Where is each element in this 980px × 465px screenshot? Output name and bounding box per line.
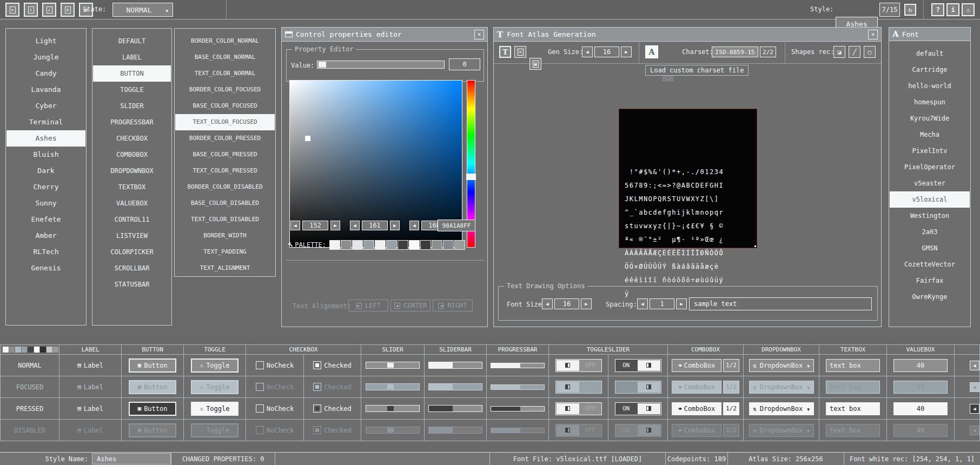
color-cursor[interactable]: [305, 136, 310, 141]
control-list-item[interactable]: TEXTBOX: [93, 179, 171, 195]
palette-swatch[interactable]: [420, 240, 431, 250]
palette-swatch[interactable]: [341, 240, 352, 250]
toggleslider-off-preview[interactable]: OFF: [555, 402, 602, 415]
control-list-item[interactable]: LISTVIEW: [93, 228, 171, 244]
style-list-item[interactable]: Sunny: [6, 195, 85, 211]
style-list-item[interactable]: Light: [6, 33, 85, 49]
font-atlas-titlebar[interactable]: T Font Atlas Generation ×: [494, 28, 881, 42]
load-charset-button[interactable]: A: [645, 45, 658, 58]
checkbox-unchecked-preview[interactable]: [256, 426, 264, 434]
slider-handle[interactable]: [387, 363, 394, 368]
font-list-item[interactable]: PixelIntv: [890, 143, 970, 159]
property-list-item[interactable]: TEXT_COLOR_NORMAL: [175, 65, 275, 82]
dropdownbox-preview[interactable]: DropdownBox: [749, 402, 814, 415]
spinner-right-icon[interactable]: [581, 298, 592, 309]
progressbar-preview[interactable]: [491, 363, 545, 368]
progressbar-preview[interactable]: [491, 384, 545, 390]
combobox-counter[interactable]: 1/2: [723, 424, 739, 437]
style-list-item[interactable]: Bluish: [6, 147, 85, 163]
info-button[interactable]: i: [946, 3, 959, 16]
control-list-item[interactable]: COLORPICKER: [93, 244, 171, 260]
style-list-item[interactable]: Cyber: [6, 98, 85, 114]
font-list-item[interactable]: GMSN: [890, 240, 970, 256]
spinner-left-icon[interactable]: [290, 221, 300, 230]
style-list-item[interactable]: Terminal: [6, 114, 85, 130]
palette-swatch[interactable]: [454, 240, 465, 250]
value-slider-handle[interactable]: [319, 62, 326, 68]
state-dropdown[interactable]: NORMAL: [112, 3, 173, 17]
property-list-item[interactable]: TEXT_COLOR_DISABLED: [175, 211, 275, 228]
toggle-preview[interactable]: ⚠Toggle: [191, 423, 239, 437]
toggleslider-off-preview[interactable]: OFF: [555, 381, 602, 394]
font-list-item[interactable]: CozetteVector: [890, 256, 970, 273]
control-list-item[interactable]: SCROLLBAR: [93, 260, 171, 276]
palette-swatch[interactable]: [329, 240, 340, 250]
property-list-item[interactable]: TEXT_ALIGNMENT: [175, 260, 275, 276]
textbox-preview[interactable]: text box: [826, 424, 880, 437]
toggleslider-handle[interactable]: [557, 382, 579, 393]
shape-diagonal-button[interactable]: ╱: [849, 46, 860, 58]
spinner-left-icon[interactable]: [350, 221, 360, 230]
slider-handle[interactable]: [387, 428, 394, 433]
dropdownbox-preview[interactable]: DropdownBox: [749, 381, 814, 394]
palette-swatch[interactable]: [432, 240, 442, 250]
property-list-item[interactable]: TEXT_COLOR_PRESSED: [175, 163, 275, 179]
font-list-item[interactable]: Cartridge: [890, 62, 970, 78]
align-right-button[interactable]: RIGHT: [433, 300, 473, 311]
toggleslider-handle[interactable]: [638, 382, 660, 393]
property-list-item[interactable]: BORDER_COLOR_PRESSED: [175, 130, 275, 147]
control-list-item[interactable]: LABEL: [93, 49, 171, 65]
toggleslider-on-preview[interactable]: ON: [615, 359, 661, 372]
property-list-item[interactable]: BORDER_COLOR_FOCUSED: [175, 82, 275, 98]
valuebox-preview[interactable]: 40: [893, 359, 948, 372]
close-icon[interactable]: ×: [474, 30, 484, 39]
checkbox-checked-preview[interactable]: [313, 404, 321, 413]
charset-box[interactable]: ISO-8859-15: [712, 46, 758, 57]
control-list-item[interactable]: STATUSBAR: [93, 276, 171, 293]
charset-count-box[interactable]: 2/2: [760, 46, 776, 57]
value-slider[interactable]: [317, 61, 445, 69]
font-list-item[interactable]: Westington: [890, 208, 970, 224]
font-list-item[interactable]: Mecha: [890, 127, 970, 143]
textbox-preview[interactable]: text box: [826, 381, 880, 394]
toggleslider-handle[interactable]: [557, 403, 579, 414]
button-preview[interactable]: ▣Button: [129, 402, 176, 416]
spinner-right-icon[interactable]: [676, 298, 687, 309]
font-list-item[interactable]: homespun: [890, 94, 970, 110]
palette-swatch[interactable]: [375, 240, 386, 250]
gen-size-value[interactable]: 16: [594, 46, 619, 57]
property-list-item[interactable]: BASE_COLOR_NORMAL: [175, 49, 275, 65]
valuebox-preview[interactable]: 40: [893, 381, 948, 394]
font-size-value[interactable]: 16: [554, 298, 579, 309]
partial-spinner-left-icon[interactable]: [970, 361, 979, 370]
property-list-item[interactable]: BORDER_COLOR_NORMAL: [175, 33, 275, 49]
hex-color-box[interactable]: 98A1A8FF: [438, 220, 475, 231]
partial-spinner-left-icon[interactable]: [970, 426, 979, 435]
progressbar-preview[interactable]: [491, 406, 545, 411]
shape-outline-button[interactable]: ▢: [864, 46, 876, 58]
progressbar-preview[interactable]: [491, 428, 545, 433]
sliderbar-preview[interactable]: [428, 427, 482, 434]
value-box[interactable]: 0: [449, 58, 480, 70]
property-list-item[interactable]: BORDER_WIDTH: [175, 228, 275, 244]
palette-swatch[interactable]: [386, 240, 397, 250]
property-list-item[interactable]: BASE_COLOR_FOCUSED: [175, 98, 275, 114]
style-list-item[interactable]: Genesis: [6, 260, 85, 276]
button-preview[interactable]: ▣Button: [129, 380, 176, 394]
shape-filled-rect-button[interactable]: ◪: [833, 46, 845, 58]
button-preview[interactable]: ▣Button: [129, 423, 176, 437]
spinner-left-icon[interactable]: [637, 298, 648, 309]
color-green-value[interactable]: 161: [362, 221, 388, 230]
checkbox-checked-preview[interactable]: [313, 361, 321, 369]
font-list-item[interactable]: v5easter: [890, 175, 970, 191]
sliderbar-preview[interactable]: [428, 362, 482, 369]
toggle-preview[interactable]: ⚠Toggle: [191, 358, 239, 373]
partial-spinner-left-icon[interactable]: [970, 404, 979, 414]
textbox-preview[interactable]: text box: [826, 402, 880, 415]
checkbox-checked-preview[interactable]: [313, 426, 321, 434]
style-list-item[interactable]: Lavanda: [6, 82, 85, 98]
reload-style-button[interactable]: ↻: [904, 4, 916, 16]
hue-slider-handle[interactable]: [466, 174, 476, 180]
combobox-button[interactable]: ComboBox: [672, 381, 721, 394]
new-style-file-button[interactable]: +: [5, 3, 19, 17]
